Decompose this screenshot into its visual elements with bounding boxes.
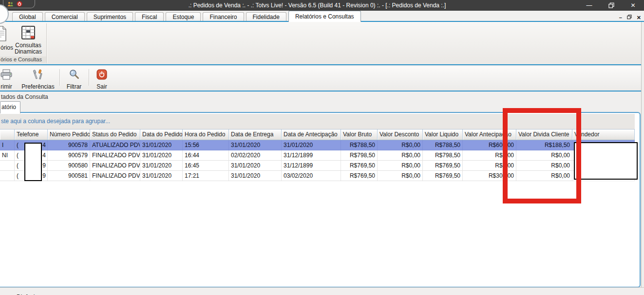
report-document-icon xyxy=(0,26,7,43)
minimize-button[interactable]: — xyxy=(578,0,600,11)
title-bar: .: Pedidos de Venda :. - .: Totvs Live! … xyxy=(0,0,644,11)
cell-data_pedido[interactable]: 31/01/2020 xyxy=(140,161,183,170)
column-header-data_entrega[interactable]: Data de Entrega xyxy=(229,129,282,140)
cell-valor_desconto[interactable]: R$0,00 xyxy=(378,150,423,160)
column-header-valor_bruto[interactable]: Valor Bruto xyxy=(341,129,378,140)
quick-access-toolbar xyxy=(3,0,35,8)
imprimir-button-label: rimir xyxy=(0,83,21,90)
cell-valor_bruto[interactable]: R$798,50 xyxy=(341,150,378,160)
groupbox-label: tados da Consulta xyxy=(1,93,48,100)
filtrar-button[interactable]: Filtrar xyxy=(62,66,86,90)
cell-numero[interactable]: 900579 xyxy=(48,150,90,160)
cell-valor_bruto[interactable]: R$769,50 xyxy=(341,161,378,170)
column-header-valor_liquido[interactable]: Valor Liquido xyxy=(423,129,463,140)
restore-button[interactable] xyxy=(600,0,622,11)
cell-data_antecipacao[interactable]: 03/02/2020 xyxy=(282,171,341,181)
cell-valor_desconto[interactable]: R$0,00 xyxy=(378,140,423,150)
preferencias-button[interactable]: Preferências xyxy=(20,66,56,90)
cell-valor_liquido[interactable]: R$788,50 xyxy=(423,140,463,150)
cell-cliente[interactable]: I xyxy=(0,140,15,150)
cell-data_pedido[interactable]: 31/01/2020 xyxy=(140,171,183,181)
cell-status[interactable]: FINALIZADO PDV xyxy=(90,150,140,160)
cell-cliente[interactable] xyxy=(0,171,15,181)
ribbon-tab-relat-rios-e-consultas[interactable]: Relatórios e Consultas xyxy=(288,11,361,22)
column-header-vendedor[interactable]: Vendedor xyxy=(572,129,635,140)
cell-hora_pedido[interactable]: 15:56 xyxy=(183,140,229,150)
cell-valor_desconto[interactable]: R$0,00 xyxy=(378,171,423,181)
cell-data_pedido[interactable]: 31/01/2020 xyxy=(140,150,183,160)
ribbon-tab-global[interactable]: Global xyxy=(12,12,43,22)
mdi-close-button[interactable]: ✕ xyxy=(637,15,641,20)
tab-relatorio[interactable]: atório xyxy=(0,101,20,113)
users-icon[interactable] xyxy=(7,1,14,7)
relatorios-button-label: órios xyxy=(0,44,13,51)
cell-hora_pedido[interactable]: 17:21 xyxy=(183,171,229,181)
ribbon-tab-estoque[interactable]: Estoque xyxy=(166,12,201,22)
cell-hora_pedido[interactable]: 16:45 xyxy=(183,161,229,170)
report-toolbar: rimir Preferências Filtrar Sair xyxy=(0,66,644,92)
ribbon-tab-fidelidade[interactable]: Fidelidade xyxy=(246,12,286,22)
cell-valor_bruto[interactable]: R$788,50 xyxy=(341,140,378,150)
consultas-dinamicas-button[interactable]: Consultas Dinamicas xyxy=(13,25,43,58)
cell-numero[interactable]: 900578 xyxy=(48,140,90,150)
highlight-rectangle xyxy=(503,108,581,203)
column-header-valor_desconto[interactable]: Valor Desconto xyxy=(378,129,423,140)
mdi-minimize-button[interactable]: – xyxy=(619,15,622,20)
cell-status[interactable]: FINALIZADO PDV xyxy=(90,161,140,170)
tools-icon xyxy=(20,69,56,82)
cell-valor_bruto[interactable]: R$769,50 xyxy=(341,171,378,181)
search-icon xyxy=(62,69,86,82)
column-header-data_pedido[interactable]: Data do Pedido xyxy=(140,129,183,140)
cell-cliente[interactable]: NI xyxy=(0,150,15,160)
cell-valor_desconto[interactable]: R$0,00 xyxy=(378,161,423,170)
column-header-telefone[interactable]: Telefone xyxy=(15,129,48,140)
bottom-status-strip: Dinâmica xyxy=(0,287,644,295)
cell-data_entrega[interactable]: 31/01/2020 xyxy=(229,140,282,150)
ribbon: órios Consultas Dinamicas órios e Consul… xyxy=(0,22,644,65)
ribbon-tab-suprimentos[interactable]: Suprimentos xyxy=(87,12,133,22)
toolbar-separator xyxy=(89,69,90,86)
cell-data_antecipacao[interactable]: 31/12/1899 xyxy=(282,150,341,160)
power-icon[interactable] xyxy=(17,1,22,7)
application-window: .: Pedidos de Venda :. - .: Totvs Live! … xyxy=(0,0,644,295)
mdi-restore-button[interactable] xyxy=(627,15,632,20)
dynamic-grid-icon xyxy=(21,26,35,41)
group-by-hint: ste aqui a coluna desejada para agrupar.… xyxy=(1,118,110,125)
column-header-cliente[interactable] xyxy=(0,129,15,140)
ribbon-tab-strip: GlobalComercialSuprimentosFiscalEstoqueF… xyxy=(0,11,644,22)
column-header-data_antecipacao[interactable]: Data de Antecipação xyxy=(282,129,341,140)
ribbon-group-separator xyxy=(46,23,47,63)
cell-data_antecipacao[interactable]: 31/12/1899 xyxy=(282,161,341,170)
cell-data_antecipacao[interactable]: 31/01/2020 xyxy=(282,140,341,150)
column-header-hora_pedido[interactable]: Hora do Pedido xyxy=(183,129,229,140)
cell-valor_liquido[interactable]: R$769,50 xyxy=(423,171,463,181)
cell-data_entrega[interactable]: 31/01/2020 xyxy=(229,161,282,170)
cell-cliente[interactable] xyxy=(0,161,15,170)
toolbar-separator xyxy=(59,69,60,86)
column-header-numero[interactable]: Número Pedido xyxy=(48,129,90,140)
preferencias-button-label: Preferências xyxy=(20,83,56,90)
cell-numero[interactable]: 900581 xyxy=(48,171,90,181)
cell-valor_liquido[interactable]: R$769,50 xyxy=(423,161,463,170)
redaction-box-vendedor xyxy=(574,142,638,180)
cell-status[interactable]: ATUALIZADO PDV xyxy=(90,140,140,150)
ribbon-tab-financeiro[interactable]: Financeiro xyxy=(203,12,244,22)
column-header-status[interactable]: Status do Pedido xyxy=(90,129,140,140)
imprimir-button[interactable]: rimir xyxy=(0,66,21,90)
cell-numero[interactable]: 900580 xyxy=(48,161,90,170)
close-button[interactable]: ✕ xyxy=(622,0,644,11)
cell-status[interactable]: FINALIZADO PDV xyxy=(90,171,140,181)
cell-data_entrega[interactable]: 31/01/2020 xyxy=(229,171,282,181)
cell-hora_pedido[interactable]: 16:44 xyxy=(183,150,229,160)
cell-data_pedido[interactable]: 31/01/2020 xyxy=(140,140,183,150)
cell-valor_liquido[interactable]: R$798,50 xyxy=(423,150,463,160)
ribbon-group-footer: órios e Consultas xyxy=(0,56,46,63)
filtrar-button-label: Filtrar xyxy=(62,83,86,90)
window-right-edge xyxy=(641,22,644,295)
sair-button[interactable]: Sair xyxy=(92,66,112,90)
redaction-box-telefone xyxy=(24,143,42,181)
sair-button-label: Sair xyxy=(92,83,112,90)
cell-data_entrega[interactable]: 02/02/2020 xyxy=(229,150,282,160)
ribbon-tab-fiscal[interactable]: Fiscal xyxy=(135,12,164,22)
ribbon-tab-comercial[interactable]: Comercial xyxy=(45,12,85,22)
